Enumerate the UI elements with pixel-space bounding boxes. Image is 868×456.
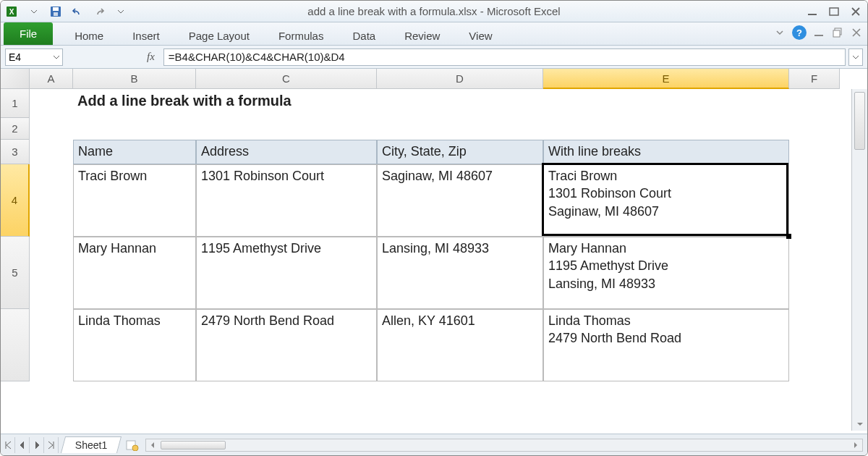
- column-headers: ABCDEF: [30, 69, 840, 89]
- column-header-A[interactable]: A: [30, 69, 73, 89]
- svg-rect-6: [830, 8, 838, 15]
- cell-D4[interactable]: Saginaw, MI 48607: [377, 164, 543, 237]
- sheet-bar: Sheet1: [1, 434, 867, 455]
- h-scroll-right-icon[interactable]: [849, 439, 862, 451]
- column-header-C[interactable]: C: [196, 69, 377, 89]
- formula-bar: E4 fx =B4&CHAR(10)&C4&CHAR(10)&D4: [1, 46, 867, 69]
- worksheet-grid[interactable]: ABCDEF 12345 Add a line break with a for…: [1, 69, 867, 431]
- excel-icon[interactable]: X: [4, 4, 21, 20]
- row-headers: 12345: [1, 89, 30, 381]
- fx-label[interactable]: fx: [141, 51, 161, 63]
- tab-home[interactable]: Home: [60, 27, 118, 45]
- tab-data[interactable]: Data: [338, 27, 390, 45]
- formula-text: =B4&CHAR(10)&C4&CHAR(10)&D4: [169, 51, 345, 63]
- sheet-nav-prev-icon[interactable]: [15, 437, 30, 453]
- sheet-tab-active[interactable]: Sheet1: [61, 436, 122, 453]
- sheet-nav-last-icon[interactable]: [44, 437, 59, 453]
- cell-header-D3[interactable]: City, State, Zip: [377, 140, 543, 164]
- cell-header-E3[interactable]: With line breaks: [543, 140, 789, 164]
- column-header-D[interactable]: D: [377, 69, 543, 89]
- cell-title[interactable]: Add a line break with a formula: [73, 89, 789, 118]
- workbook-minimize-icon[interactable]: [812, 26, 825, 39]
- svg-rect-3: [53, 7, 59, 11]
- name-box[interactable]: E4: [5, 48, 63, 66]
- minimize-icon[interactable]: [805, 4, 820, 19]
- tab-view[interactable]: View: [454, 27, 506, 45]
- save-icon[interactable]: [47, 4, 64, 20]
- workbook-restore-icon[interactable]: [831, 26, 844, 39]
- v-scroll-thumb[interactable]: [854, 92, 865, 150]
- cell-header-C3[interactable]: Address: [196, 140, 377, 164]
- vertical-scrollbar[interactable]: [851, 89, 867, 431]
- maximize-icon[interactable]: [827, 4, 841, 19]
- tab-review[interactable]: Review: [390, 27, 454, 45]
- ribbon: File Home Insert Page Layout Formulas Da…: [1, 22, 867, 46]
- cell-D6[interactable]: Allen, KY 41601: [377, 309, 543, 381]
- tab-insert[interactable]: Insert: [118, 27, 174, 45]
- cell-C4[interactable]: 1301 Robinson Court: [196, 164, 377, 237]
- cells-area[interactable]: Add a line break with a formulaNameAddre…: [30, 89, 850, 431]
- row-header-4[interactable]: 4: [1, 164, 30, 237]
- cell-E4[interactable]: Traci Brown 1301 Robinson Court Saginaw,…: [543, 164, 789, 237]
- sheet-nav-first-icon[interactable]: [1, 437, 15, 453]
- sheet-tab-label: Sheet1: [75, 439, 107, 451]
- cell-header-B3[interactable]: Name: [73, 140, 196, 164]
- cell-C5[interactable]: 1195 Amethyst Drive: [196, 237, 377, 309]
- row-header-1[interactable]: 1: [1, 89, 30, 118]
- column-header-B[interactable]: B: [73, 69, 196, 89]
- svg-point-11: [132, 445, 138, 451]
- quick-access-toolbar: X: [4, 4, 129, 20]
- cell-B6[interactable]: Linda Thomas: [73, 309, 196, 381]
- close-icon[interactable]: [848, 4, 863, 19]
- selection-fill-handle[interactable]: [786, 234, 791, 239]
- row-header-3[interactable]: 3: [1, 140, 30, 164]
- qat-customize-icon[interactable]: [112, 4, 129, 20]
- svg-text:X: X: [9, 8, 14, 16]
- cell-B5[interactable]: Mary Hannan: [73, 237, 196, 309]
- redo-icon[interactable]: [90, 4, 108, 20]
- new-sheet-icon[interactable]: [124, 438, 141, 452]
- formula-input[interactable]: =B4&CHAR(10)&C4&CHAR(10)&D4: [163, 48, 846, 66]
- svg-rect-9: [833, 30, 840, 37]
- sheet-nav-next-icon[interactable]: [30, 437, 44, 453]
- cell-E6[interactable]: Linda Thomas 2479 North Bend Road: [543, 309, 789, 381]
- v-scroll-down-icon[interactable]: [852, 418, 867, 431]
- cell-E5[interactable]: Mary Hannan 1195 Amethyst Drive Lansing,…: [543, 237, 789, 309]
- column-header-E[interactable]: E: [543, 69, 789, 89]
- ribbon-minimize-icon[interactable]: [773, 26, 786, 39]
- formula-bar-expand-icon[interactable]: [848, 48, 863, 66]
- column-header-F[interactable]: F: [789, 69, 840, 89]
- file-tab[interactable]: File: [4, 22, 53, 45]
- svg-rect-5: [808, 14, 817, 15]
- row-header-x[interactable]: [1, 309, 30, 381]
- svg-rect-4: [54, 12, 58, 16]
- h-scroll-left-icon[interactable]: [146, 439, 159, 451]
- workbook-close-icon[interactable]: [850, 26, 863, 39]
- name-box-value: E4: [9, 51, 21, 63]
- cell-C6[interactable]: 2479 North Bend Road: [196, 309, 377, 381]
- cell-D5[interactable]: Lansing, MI 48933: [377, 237, 543, 309]
- tab-page-layout[interactable]: Page Layout: [174, 27, 264, 45]
- qat-dropdown-icon[interactable]: [25, 4, 43, 20]
- h-scroll-thumb[interactable]: [161, 441, 226, 449]
- window-title: add a line break with a formula.xlsx - M…: [1, 5, 867, 17]
- cell-B4[interactable]: Traci Brown: [73, 164, 196, 237]
- row-header-2[interactable]: 2: [1, 118, 30, 140]
- row-header-5[interactable]: 5: [1, 237, 30, 309]
- help-icon[interactable]: ?: [792, 25, 807, 40]
- title-bar: X add a line break with a formula.xlsx -…: [1, 1, 867, 22]
- horizontal-scrollbar[interactable]: [145, 439, 863, 452]
- undo-icon[interactable]: [69, 4, 86, 20]
- select-all-corner[interactable]: [1, 69, 30, 89]
- svg-rect-7: [814, 35, 823, 36]
- tab-formulas[interactable]: Formulas: [264, 27, 339, 45]
